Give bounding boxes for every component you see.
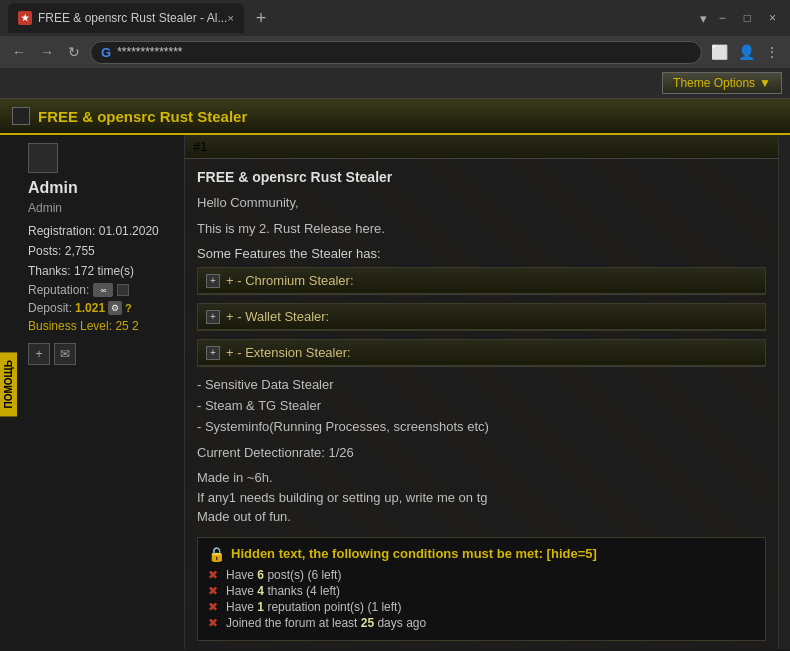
account-button[interactable]: 👤: [735, 42, 758, 62]
deposit-settings-icon[interactable]: ⚙: [108, 301, 122, 315]
post-number: #1: [193, 139, 207, 154]
hidden-box-1-title-text: Hidden text, the following conditions mu…: [231, 546, 597, 561]
maximize-button[interactable]: □: [738, 9, 757, 27]
theme-options-arrow-icon: ▼: [759, 76, 771, 90]
theme-options-bar: Theme Options ▼: [0, 68, 790, 99]
scrollbar[interactable]: [778, 135, 790, 649]
extension-stealer-box: + + - Extension Stealer:: [197, 339, 766, 367]
message-button[interactable]: ✉: [54, 343, 76, 365]
hidden-cond-3: ✖ Have 1 reputation point(s) (1 left): [208, 600, 755, 614]
forum-page: Theme Options ▼ FREE & opensrc Rust Stea…: [0, 68, 790, 649]
user-role: Admin: [28, 201, 176, 215]
browser-window: ★ FREE & opensrc Rust Stealer - Al... × …: [0, 0, 790, 68]
hidden-cond-4: ✖ Joined the forum at least 25 days ago: [208, 616, 755, 630]
avatar: [28, 143, 58, 173]
post-content-area: #1 FREE & opensrc Rust Stealer Hello Com…: [185, 135, 778, 649]
made-text: Made in ~6h. If any1 needs building or s…: [197, 468, 766, 527]
expand-icon[interactable]: +: [206, 346, 220, 360]
forward-button[interactable]: →: [36, 42, 58, 62]
wallet-label: + - Wallet Stealer:: [226, 309, 329, 324]
x-icon-1: ✖: [208, 568, 222, 582]
feature-item-2: - Steam & TG Stealer: [197, 396, 766, 417]
new-tab-button[interactable]: +: [248, 8, 275, 29]
browser-tab[interactable]: ★ FREE & opensrc Rust Stealer - Al... ×: [8, 3, 244, 33]
chromium-stealer-box: + + - Chromium Stealer:: [197, 267, 766, 295]
add-button[interactable]: +: [28, 343, 50, 365]
cast-button[interactable]: ⬜: [708, 42, 731, 62]
x-icon-2: ✖: [208, 584, 222, 598]
x-icon-3: ✖: [208, 600, 222, 614]
titlebar: ★ FREE & opensrc Rust Stealer - Al... × …: [0, 0, 790, 36]
extension-label: + - Extension Stealer:: [226, 345, 351, 360]
minimize-button[interactable]: −: [713, 9, 732, 27]
feature-list: - Sensitive Data Stealer - Steam & TG St…: [197, 375, 766, 437]
post-body: FREE & opensrc Rust Stealer Hello Commun…: [185, 159, 778, 649]
hidden-box-1: 🔒 Hidden text, the following conditions …: [197, 537, 766, 641]
theme-options-button[interactable]: Theme Options ▼: [662, 72, 782, 94]
expand-icon[interactable]: +: [206, 310, 220, 324]
chromium-stealer-header[interactable]: + + - Chromium Stealer:: [198, 268, 765, 294]
forum-title: FREE & opensrc Rust Stealer: [38, 108, 247, 125]
made-line-3: Made out of fun.: [197, 507, 766, 527]
google-icon: G: [101, 45, 111, 60]
feature-item-1: - Sensitive Data Stealer: [197, 375, 766, 396]
reputation-stat: Reputation: ∞: [28, 283, 176, 297]
x-icon-4: ✖: [208, 616, 222, 630]
user-sidebar: Admin Admin Registration: 01.01.2020 Pos…: [20, 135, 185, 649]
address-bar-row: ← → ↻ G ************** ⬜ 👤 ⋮: [0, 36, 790, 68]
menu-button[interactable]: ⋮: [762, 42, 782, 62]
deposit-stat: Deposit: 1.021 ⚙ ?: [28, 301, 176, 315]
extension-stealer-header[interactable]: + + - Extension Stealer:: [198, 340, 765, 366]
feature-item-3: - Systeminfo(Running Processes, screensh…: [197, 417, 766, 438]
hidden-cond-2: ✖ Have 4 thanks (4 left): [208, 584, 755, 598]
features-intro: Some Features the Stealer has:: [197, 246, 766, 261]
sidebar-action-buttons: + ✉: [28, 343, 176, 365]
business-level-stat: Business Level: 25 2: [28, 319, 176, 333]
deposit-value: 1.021: [75, 301, 105, 315]
deposit-question-icon[interactable]: ?: [125, 302, 132, 314]
thanks-stat: Thanks: 172 time(s): [28, 264, 176, 278]
chromium-label: + - Chromium Stealer:: [226, 273, 354, 288]
made-line-2: If any1 needs building or setting up, wr…: [197, 488, 766, 508]
wallet-stealer-header[interactable]: + + - Wallet Stealer:: [198, 304, 765, 330]
favicon-icon: ★: [18, 11, 32, 25]
hidden-icon-1: 🔒: [208, 546, 225, 562]
forum-icon: [12, 107, 30, 125]
chevron-down-icon: ▾: [700, 11, 707, 26]
made-line-1: Made in ~6h.: [197, 468, 766, 488]
registration-stat: Registration: 01.01.2020: [28, 224, 176, 238]
post-header: #1: [185, 135, 778, 159]
help-tab-button[interactable]: ПОМОЩЬ: [0, 352, 17, 416]
post-title: FREE & opensrc Rust Stealer: [197, 169, 766, 185]
hidden-cond-1: ✖ Have 6 post(s) (6 left): [208, 568, 755, 582]
expand-icon[interactable]: +: [206, 274, 220, 288]
back-button[interactable]: ←: [8, 42, 30, 62]
posts-stat: Posts: 2,755: [28, 244, 176, 258]
forum-body: ПОМОЩЬ Admin Admin Registration: 01.01.2…: [0, 135, 790, 649]
close-tab-button[interactable]: ×: [227, 12, 233, 24]
address-bar[interactable]: G **************: [90, 41, 702, 64]
reputation-edit-icon[interactable]: [117, 284, 129, 296]
url-text: **************: [117, 45, 182, 59]
hidden-box-1-title: 🔒 Hidden text, the following conditions …: [208, 546, 755, 562]
detection-rate: Current Detectionrate: 1/26: [197, 445, 766, 460]
window-controls: ▾ − □ ×: [700, 9, 782, 27]
theme-options-label: Theme Options: [673, 76, 755, 90]
reputation-icon: ∞: [93, 283, 113, 297]
tab-title: FREE & opensrc Rust Stealer - Al...: [38, 11, 227, 25]
reload-button[interactable]: ↻: [64, 42, 84, 62]
forum-header: FREE & opensrc Rust Stealer: [0, 99, 790, 135]
username: Admin: [28, 179, 176, 197]
close-window-button[interactable]: ×: [763, 9, 782, 27]
browser-actions: ⬜ 👤 ⋮: [708, 42, 782, 62]
post-greeting: Hello Community, This is my 2. Rust Rele…: [197, 193, 766, 238]
wallet-stealer-box: + + - Wallet Stealer:: [197, 303, 766, 331]
